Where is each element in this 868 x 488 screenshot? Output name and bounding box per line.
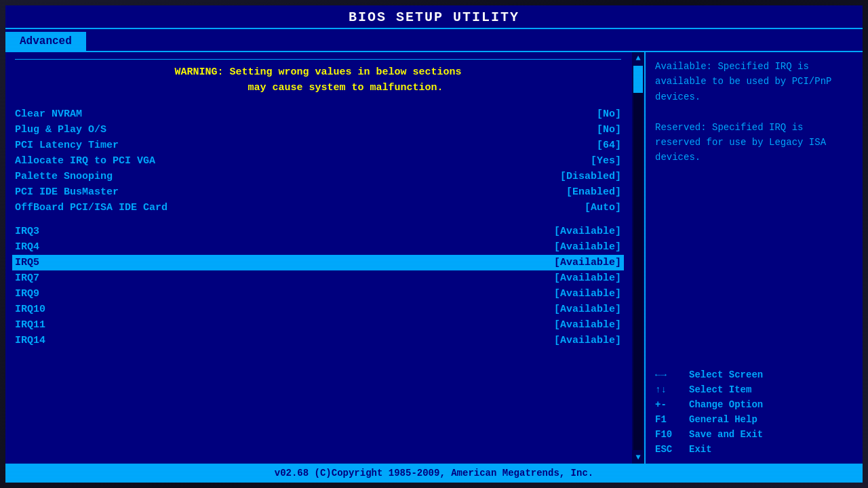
setting-clear-nvram[interactable]: Clear NVRAM [No] <box>15 106 621 122</box>
left-panel: WARNING: Setting wrong values in below s… <box>5 52 646 464</box>
warning-text: WARNING: Setting wrong values in below s… <box>15 65 621 96</box>
key-row-exit: ESC Exit <box>655 442 853 457</box>
screen-border: BIOS SETUP UTILITY Advanced WARNING: Set… <box>0 0 868 488</box>
bios-title: BIOS SETUP UTILITY <box>349 9 519 25</box>
setting-irq14[interactable]: IRQ14 [Available] <box>15 333 621 348</box>
setting-irq4[interactable]: IRQ4 [Available] <box>15 239 621 255</box>
tab-advanced[interactable]: Advanced <box>5 32 86 51</box>
setting-irq10[interactable]: IRQ10 [Available] <box>15 302 621 317</box>
scrollbar[interactable]: ▲ ▼ <box>632 52 644 464</box>
key-row-general-help: F1 General Help <box>655 412 853 427</box>
setting-irq5[interactable]: IRQ5 [Available] <box>12 255 624 270</box>
scroll-thumb[interactable] <box>633 66 643 93</box>
top-divider <box>15 59 621 60</box>
key-row-save-exit: F10 Save and Exit <box>655 427 853 442</box>
setting-palette-snooping[interactable]: Palette Snooping [Disabled] <box>15 169 621 184</box>
setting-offboard-pci[interactable]: OffBoard PCI/ISA IDE Card [Auto] <box>15 200 621 216</box>
setting-irq3[interactable]: IRQ3 [Available] <box>15 224 621 239</box>
setting-plug-play[interactable]: Plug & Play O/S [No] <box>15 122 621 138</box>
scroll-track[interactable] <box>633 66 643 450</box>
main-content: WARNING: Setting wrong values in below s… <box>5 52 863 464</box>
title-bar: BIOS SETUP UTILITY <box>5 5 863 29</box>
key-row-select-screen: ←→ Select Screen <box>655 367 853 382</box>
setting-irq9[interactable]: IRQ9 [Available] <box>15 286 621 302</box>
setting-irq7[interactable]: IRQ7 [Available] <box>15 270 621 286</box>
setting-pci-latency[interactable]: PCI Latency Timer [64] <box>15 138 621 153</box>
key-row-select-item: ↑↓ Select Item <box>655 382 853 397</box>
bios-container: BIOS SETUP UTILITY Advanced WARNING: Set… <box>5 5 863 483</box>
right-panel: Available: Specified IRQ is available to… <box>646 52 863 464</box>
tab-bar: Advanced <box>5 29 863 52</box>
scroll-down-arrow[interactable]: ▼ <box>634 451 642 464</box>
footer: v02.68 (C)Copyright 1985-2009, American … <box>5 464 863 483</box>
key-bindings: ←→ Select Screen ↑↓ Select Item +- Chang… <box>655 367 853 457</box>
key-row-change-option: +- Change Option <box>655 397 853 412</box>
content-inner: WARNING: Setting wrong values in below s… <box>15 59 621 348</box>
spacer1 <box>15 216 621 224</box>
footer-text: v02.68 (C)Copyright 1985-2009, American … <box>275 468 593 479</box>
setting-irq11[interactable]: IRQ11 [Available] <box>15 317 621 333</box>
scroll-up-arrow[interactable]: ▲ <box>634 52 642 64</box>
setting-pci-ide[interactable]: PCI IDE BusMaster [Enabled] <box>15 184 621 200</box>
setting-allocate-irq[interactable]: Allocate IRQ to PCI VGA [Yes] <box>15 153 621 169</box>
help-text: Available: Specified IRQ is available to… <box>655 59 853 367</box>
